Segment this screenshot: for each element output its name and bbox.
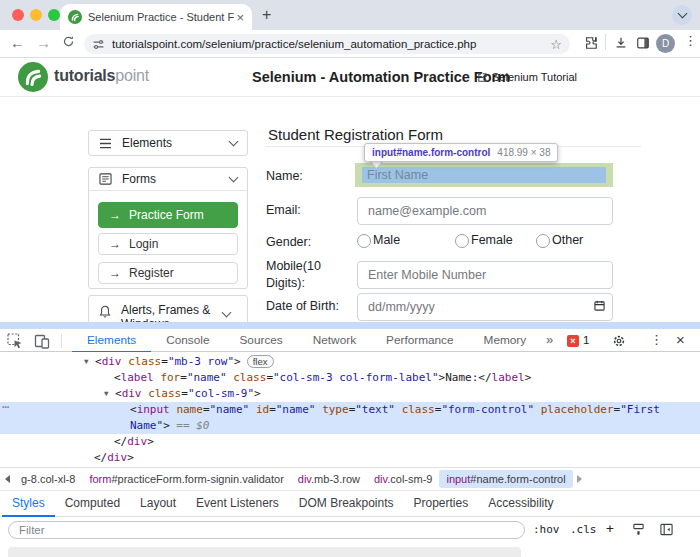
tab-close-icon[interactable]: × — [236, 11, 244, 24]
devtools-menu-button[interactable]: ⋮ — [650, 332, 663, 347]
styles-filter-input[interactable]: Filter — [8, 521, 525, 539]
toolbar-divider — [605, 34, 606, 50]
browser-window: Selenium Practice - Student F × + ← → tu… — [0, 0, 700, 557]
devtools-tab-sources[interactable]: Sources — [224, 329, 297, 351]
mobile-label-line2: Digits): — [266, 276, 305, 290]
line-options-icon[interactable]: ⋯ — [2, 400, 9, 414]
sidebar-item-login[interactable]: → Login — [98, 233, 238, 255]
hamburger-icon — [99, 138, 112, 149]
breadcrumb-item-selected[interactable]: input#name.form-control — [439, 470, 572, 488]
devtools-tab-network[interactable]: Network — [298, 329, 371, 351]
browser-tab[interactable]: Selenium Practice - Student F × — [60, 4, 252, 30]
browser-menu-button[interactable]: ⋮ — [684, 33, 697, 48]
tooltip-selector: input#name.form-control — [372, 147, 490, 158]
devtools-resize-handle[interactable] — [0, 322, 700, 329]
arrow-right-icon: → — [109, 208, 121, 222]
calendar-icon[interactable] — [594, 300, 605, 311]
dom-tree-line[interactable]: </div> — [0, 434, 700, 450]
devtools-tab-performance[interactable]: Performance — [371, 329, 469, 351]
dom-tree-line[interactable]: ▼<div class="mb-3 row">flex — [0, 354, 700, 370]
crumbs-scroll-right-icon[interactable] — [577, 475, 582, 483]
dob-input[interactable]: dd/mm/yyyy — [357, 293, 613, 321]
tab-strip: Selenium Practice - Student F × + — [0, 0, 700, 30]
site-settings-icon[interactable] — [92, 38, 105, 51]
tutorialspoint-logo[interactable] — [18, 62, 48, 92]
forms-icon — [99, 173, 112, 185]
email-input[interactable]: name@example.com — [357, 197, 613, 225]
crumbs-scroll-left-icon[interactable] — [5, 475, 10, 483]
profile-avatar[interactable]: D — [656, 34, 675, 53]
new-tab-button[interactable]: + — [262, 6, 271, 24]
devtools-close-button[interactable]: × — [676, 331, 685, 348]
error-badge-icon[interactable]: × — [567, 335, 579, 347]
breadcrumb-item[interactable]: div.col-sm-9 — [367, 470, 439, 488]
forms-accordion-header[interactable]: Forms — [89, 168, 247, 191]
name-placeholder: First Name — [367, 168, 428, 182]
dom-tree: ⋯ ▼<div class="mb-3 row">flex<label for=… — [0, 352, 700, 467]
dom-tree-line[interactable]: ▼<div class="col-sm-9"> — [0, 386, 700, 402]
panel-tab-event-listeners[interactable]: Event Listeners — [186, 491, 289, 515]
macos-minimize-light[interactable] — [30, 9, 42, 21]
gender-radio-female[interactable] — [455, 234, 469, 248]
sidebar-section-elements[interactable]: Elements — [88, 130, 248, 156]
devtools-settings-button[interactable] — [612, 334, 626, 348]
more-tabs-button[interactable]: » — [546, 332, 551, 347]
panel-tab-properties[interactable]: Properties — [404, 491, 479, 515]
toggle-sidebar-button[interactable] — [660, 523, 673, 536]
selenium-tutorial-link[interactable]: Selenium Tutorial — [477, 71, 577, 83]
panel-tab-styles[interactable]: Styles — [2, 491, 55, 517]
download-icon — [614, 36, 628, 50]
url-text: tutorialspoint.com/selenium/practice/sel… — [112, 38, 550, 50]
dom-tree-line[interactable]: <input name="name" id="name" type="text"… — [0, 402, 700, 418]
panel-tab-accessibility[interactable]: Accessibility — [478, 491, 563, 515]
chevron-down-icon — [229, 137, 239, 147]
dom-tree-line[interactable]: <label for="name" class="col-sm-3 col-fo… — [0, 370, 700, 386]
panel-tab-computed[interactable]: Computed — [55, 491, 130, 515]
downloads-button[interactable] — [614, 36, 628, 50]
error-count[interactable]: 1 — [583, 334, 589, 346]
sidebar-item-register[interactable]: → Register — [98, 262, 238, 284]
forward-button[interactable]: → — [36, 33, 51, 53]
flex-badge[interactable]: flex — [247, 355, 274, 368]
external-link-icon — [477, 72, 488, 83]
gender-option-other: Other — [552, 233, 583, 247]
address-bar[interactable]: tutorialspoint.com/selenium/practice/sel… — [84, 34, 570, 54]
styles-panel-tab-bar: Styles Computed Layout Event Listeners D… — [0, 490, 700, 517]
panel-tab-layout[interactable]: Layout — [130, 491, 186, 515]
rendering-brush-button[interactable] — [632, 523, 645, 536]
styles-pane-section — [8, 547, 521, 557]
devtools-tab-memory[interactable]: Memory — [469, 329, 542, 351]
macos-zoom-light[interactable] — [48, 9, 60, 21]
back-button[interactable]: ← — [10, 33, 25, 53]
devtools-tab-console[interactable]: Console — [151, 329, 224, 351]
breadcrumb-item[interactable]: g-8.col-xl-8 — [14, 470, 82, 488]
inspect-element-button[interactable] — [7, 333, 23, 349]
devtools-tab-elements[interactable]: Elements — [72, 329, 151, 353]
toggle-hover-state-button[interactable]: :hov — [533, 523, 560, 536]
brand-text[interactable]: tutorialspoint — [54, 67, 149, 85]
dom-tree-line[interactable]: Name"> == $0 — [0, 418, 700, 434]
sidebar-item-practice-form[interactable]: → Practice Form — [98, 202, 238, 228]
dom-tree-line[interactable]: </div> — [0, 450, 700, 466]
mobile-input[interactable]: Enter Mobile Number — [357, 261, 613, 289]
device-toolbar-button[interactable] — [34, 333, 50, 349]
breadcrumb-item[interactable]: div.mb-3.row — [291, 470, 367, 488]
tab-search-button[interactable] — [672, 5, 692, 25]
gender-radio-male[interactable] — [357, 234, 371, 248]
extensions-button[interactable] — [584, 36, 598, 50]
brush-icon — [632, 523, 645, 536]
expand-arrow-icon[interactable]: ▼ — [84, 354, 95, 370]
new-style-rule-button[interactable]: + — [606, 521, 614, 536]
panel-tab-dom-breakpoints[interactable]: DOM Breakpoints — [289, 491, 404, 515]
sidebar-section-alerts[interactable]: Alerts, Frames & Windows — [88, 295, 248, 322]
expand-arrow-icon[interactable]: ▼ — [104, 386, 115, 402]
toggle-classes-button[interactable]: .cls — [570, 523, 597, 536]
bookmark-star-icon[interactable]: ☆ — [550, 37, 562, 52]
macos-close-light[interactable] — [12, 9, 24, 21]
gender-radio-other[interactable] — [536, 234, 550, 248]
reload-button[interactable] — [62, 35, 75, 48]
side-panel-button[interactable] — [636, 36, 650, 50]
breadcrumb-item[interactable]: form#practiceForm.form-signin.validator — [82, 470, 290, 488]
arrow-right-icon: → — [109, 237, 121, 251]
toolbar-divider — [61, 334, 62, 348]
